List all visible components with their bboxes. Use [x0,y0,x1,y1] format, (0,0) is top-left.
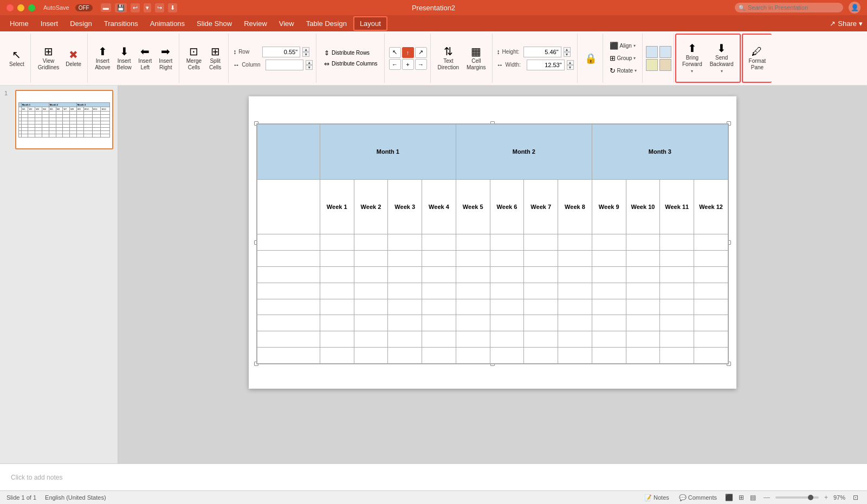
r8c12[interactable] [694,348,728,364]
r3c9[interactable] [592,266,626,283]
search-input[interactable] [735,3,843,12]
r8c9[interactable] [592,348,626,364]
group-button[interactable]: ⊞ Group ▾ [607,53,638,63]
r2c3[interactable] [388,250,422,266]
r6c6[interactable] [490,315,524,331]
r3c3[interactable] [388,266,422,283]
r5c8[interactable] [558,299,592,315]
table-height-up[interactable]: ▲ [564,47,571,52]
r8c5[interactable] [456,348,490,364]
r8c1[interactable] [320,348,354,364]
r4c6[interactable] [490,283,524,299]
distribute-rows-button[interactable]: ⇕ Distribute Rows [321,48,380,58]
r6c9[interactable] [592,315,626,331]
row-height-up[interactable]: ▲ [302,47,309,52]
table-row[interactable] [257,315,728,331]
r1c8[interactable] [558,234,592,251]
row7-label[interactable] [257,331,320,348]
r3c7[interactable] [524,266,558,283]
r1c6[interactable] [490,234,524,251]
menu-home[interactable]: Home [4,17,34,30]
r4c3[interactable] [388,283,422,299]
menu-slideshow[interactable]: Slide Show [191,17,237,30]
r8c8[interactable] [558,348,592,364]
r4c12[interactable] [694,283,728,299]
cell-margins-button[interactable]: ▦ CellMargins [464,42,489,75]
r6c4[interactable] [422,315,456,331]
align-middle-right[interactable]: → [415,59,427,70]
r5c2[interactable] [354,299,388,315]
r3c8[interactable] [558,266,592,283]
insert-left-button[interactable]: ⬅ InsertLeft [135,42,155,75]
col-width-up[interactable]: ▲ [306,60,313,65]
menu-view[interactable]: View [274,17,300,30]
r1c3[interactable] [388,234,422,251]
insert-right-button[interactable]: ➡ InsertRight [156,42,176,75]
menu-review[interactable]: Review [238,17,273,30]
r2c12[interactable] [694,250,728,266]
split-cells-button[interactable]: ⊞ SplitCells [205,42,225,75]
insert-below-button[interactable]: ⬇ InsertBelow [114,42,134,75]
row-height-input[interactable] [262,47,300,57]
r2c7[interactable] [524,250,558,266]
r7c6[interactable] [490,331,524,348]
r4c7[interactable] [524,283,558,299]
r6c11[interactable] [660,315,694,331]
r4c2[interactable] [354,283,388,299]
distribute-cols-button[interactable]: ⇔ Distribute Columns [321,59,380,69]
r8c3[interactable] [388,348,422,364]
menu-design[interactable]: Design [64,17,97,30]
bring-forward-button[interactable]: ⬆ BringForward ▾ [680,41,705,75]
r2c6[interactable] [490,250,524,266]
table-row[interactable] [257,348,728,364]
share-button[interactable]: ↗ Share ▾ [830,19,863,28]
r1c12[interactable] [694,234,728,251]
comments-button[interactable]: 💬 Comments [677,493,719,502]
table-width-input[interactable] [527,60,565,70]
table-container[interactable]: Month 1 Month 2 Month 3 Week 1 Week 2 We… [256,123,729,364]
slide-preview-1[interactable]: Month 1 Month 2 Month 3 W1W2W3W4 W5W6W7W… [15,90,113,149]
slide-canvas[interactable]: Month 1 Month 2 Month 3 Week 1 Week 2 We… [249,96,736,389]
r4c5[interactable] [456,283,490,299]
r1c11[interactable] [660,234,694,251]
r4c4[interactable] [422,283,456,299]
zoom-thumb[interactable] [808,495,813,500]
r2c1[interactable] [320,250,354,266]
align-top-left[interactable]: ↖ [389,47,401,58]
save-icon[interactable]: 💾 [115,3,127,12]
undo-icon[interactable]: ↩ [131,3,140,12]
maximize-button[interactable] [28,4,35,11]
r8c4[interactable] [422,348,456,364]
table-row[interactable] [257,331,728,348]
align-top-right[interactable]: ↗ [415,47,427,58]
table-row[interactable] [257,299,728,315]
r7c1[interactable] [320,331,354,348]
r8c2[interactable] [354,348,388,364]
r5c12[interactable] [694,299,728,315]
fit-to-window-icon[interactable]: ⊡ [851,493,860,502]
r2c2[interactable] [354,250,388,266]
notes-button[interactable]: 📝 Notes [642,493,671,502]
row1-label[interactable] [257,234,320,251]
minimize-button[interactable] [17,4,24,11]
r5c3[interactable] [388,299,422,315]
menu-transitions[interactable]: Transitions [99,17,144,30]
row5-label[interactable] [257,299,320,315]
merge-cells-button[interactable]: ⊡ MergeCells [184,42,204,75]
r5c5[interactable] [456,299,490,315]
r6c8[interactable] [558,315,592,331]
r3c4[interactable] [422,266,456,283]
r3c6[interactable] [490,266,524,283]
view-gridlines-button[interactable]: ⊞ ViewGridlines [35,42,62,75]
r6c12[interactable] [694,315,728,331]
delete-button[interactable]: ✖ Delete [63,42,84,75]
r3c11[interactable] [660,266,694,283]
table-width-up[interactable]: ▲ [567,60,574,65]
row-height-down[interactable]: ▼ [302,52,309,57]
autosave-toggle[interactable]: OFF [75,4,93,11]
r4c9[interactable] [592,283,626,299]
menu-table-design[interactable]: Table Design [301,17,352,30]
r4c11[interactable] [660,283,694,299]
r1c5[interactable] [456,234,490,251]
slide-thumbnail-1[interactable]: 1 Month 1 Month 2 Month 3 W1W2W3W4 W5W6W… [4,90,113,149]
